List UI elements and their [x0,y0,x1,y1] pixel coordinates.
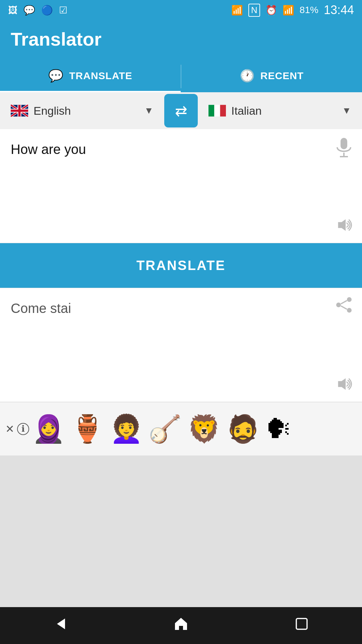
svg-marker-14 [57,619,65,629]
tab-recent[interactable]: 🕐 RECENT [181,61,362,92]
target-lang-name: Italian [231,104,337,117]
translate-tab-icon: 💬 [48,69,64,83]
status-icons-left: 🖼 💬 🔵 ☑ [8,5,67,16]
status-right: 📶 N ⏰ 📶 81% 13:44 [231,3,354,17]
svg-point-9 [336,303,341,307]
svg-line-11 [341,301,347,304]
language-bar: English ▼ ⇄ Italian ▼ [0,92,362,129]
sticker-1: 🧕 [32,413,65,445]
ad-info-button[interactable]: ℹ [17,423,29,435]
source-lang-dropdown-icon: ▼ [144,105,154,116]
input-area: How are you [0,129,362,243]
nav-bar [0,607,362,644]
sticker-6: 🧔 [226,413,260,445]
app-bar: Translator [0,20,362,61]
translate-button[interactable]: TRANSLATE [0,243,362,288]
recent-tab-label: RECENT [260,70,304,82]
svg-marker-13 [338,378,346,390]
checkbox-icon: ☑ [59,5,67,16]
svg-rect-3 [220,105,226,117]
italian-flag-icon [208,105,226,117]
output-area: Come stai [0,288,362,402]
recents-button[interactable] [281,611,322,640]
svg-rect-16 [296,619,307,629]
swap-icon: ⇄ [175,102,187,119]
swap-languages-button[interactable]: ⇄ [164,94,198,127]
battery-label: 81% [300,5,318,15]
microphone-button[interactable] [335,137,353,163]
sticker-2: 🏺 [71,413,104,445]
sticker-7: 🗣 [265,414,292,444]
uk-flag-icon [11,105,28,117]
target-lang-selector[interactable]: Italian ▼ [198,104,362,117]
translate-tab-label: TRANSLATE [69,70,132,82]
ad-stickers-area: 🧕 🏺 👩‍🦱 🪕 🦁 🧔 🗣 [32,413,292,445]
tab-translate[interactable]: 💬 TRANSLATE [0,61,181,92]
ad-close-button[interactable]: ✕ [5,423,14,435]
tab-bar: 💬 TRANSLATE 🕐 RECENT [0,61,362,92]
recent-tab-icon: 🕐 [240,69,255,83]
home-button[interactable] [160,611,202,640]
svg-rect-4 [341,138,347,149]
sticker-3: 👩‍🦱 [110,413,143,445]
output-speaker-button[interactable] [335,377,353,395]
svg-marker-15 [175,618,187,630]
time-label: 13:44 [324,3,354,17]
gallery-icon: 🖼 [8,5,17,16]
svg-line-12 [341,306,347,309]
svg-marker-7 [338,219,346,231]
source-lang-name: English [34,104,139,117]
alarm-icon: ⏰ [265,5,277,16]
status-bar: 🖼 💬 🔵 ☑ 📶 N ⏰ 📶 81% 13:44 [0,0,362,20]
source-lang-selector[interactable]: English ▼ [0,104,164,117]
app-title: Translator [11,28,351,50]
share-button[interactable] [335,296,353,317]
app-icon: 🔵 [41,5,53,16]
svg-rect-1 [208,105,214,117]
nfc-icon: N [248,4,260,17]
ad-banner: ✕ ℹ 🧕 🏺 👩‍🦱 🪕 🦁 🧔 🗣 [0,402,362,455]
svg-point-10 [347,308,352,313]
svg-rect-2 [214,105,220,117]
wifi-icon: 📶 [231,5,243,16]
svg-point-8 [347,297,352,302]
sticker-4: 🪕 [148,413,182,445]
target-lang-dropdown-icon: ▼ [342,105,351,116]
back-button[interactable] [40,611,81,640]
source-text[interactable]: How are you [0,129,362,243]
signal-icon: 📶 [283,5,294,16]
input-speaker-button[interactable] [335,218,353,236]
whatsapp-icon: 💬 [23,5,35,16]
sticker-5: 🦁 [187,413,221,445]
translated-text: Come stai [0,288,362,402]
